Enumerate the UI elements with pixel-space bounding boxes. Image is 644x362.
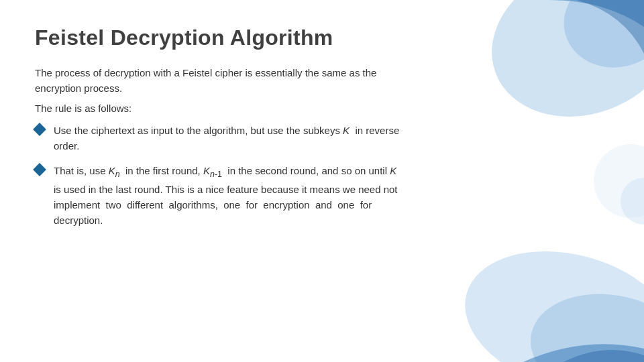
page-title: Feistel Decryption Algorithm [35,25,609,50]
svg-point-3 [522,282,644,362]
bullet-diamond-1 [33,123,46,136]
bullet-list: Use the ciphertext as input to the algor… [35,123,609,229]
bullet-text-1: Use the ciphertext as input to the algor… [54,123,609,154]
bullet-text-2: That is, use Kn in the first round, Kn-1… [54,163,609,228]
intro-line1: The process of decryption with a Feistel… [35,67,376,78]
rule-label: The rule is as follows: [35,101,609,116]
intro-line2: encryption process. [35,82,122,94]
bullet-diamond-2 [33,163,46,176]
bullet-item-2: That is, use Kn in the first round, Kn-1… [35,163,609,228]
intro-paragraph: The process of decryption with a Feistel… [35,65,609,97]
main-content: Feistel Decryption Algorithm The process… [0,0,644,257]
bullet-item-1: Use the ciphertext as input to the algor… [35,123,609,154]
